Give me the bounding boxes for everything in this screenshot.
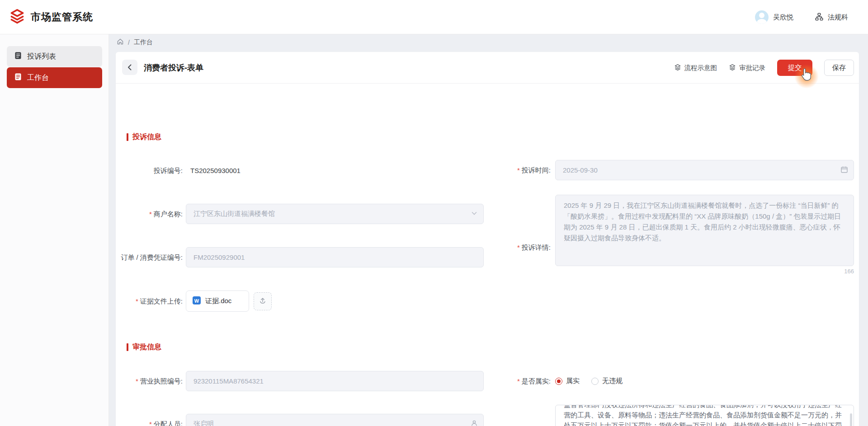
calendar-icon (840, 166, 848, 175)
legal-basis-textarea[interactable]: 监督管理部门没收违法所得和违法生产经营的食品、食品添加剂，并可以没收用于违法生产… (555, 405, 854, 426)
sidebar-item-label: 工作台 (27, 73, 49, 83)
form-card-header: 消费者投诉-表单 流程示意图 (116, 52, 859, 84)
is-verified-label: *是否属实: (451, 371, 551, 391)
back-button[interactable] (122, 60, 137, 75)
page-title: 消费者投诉-表单 (144, 52, 203, 84)
upload-icon (259, 296, 267, 306)
hand-cursor-icon (800, 68, 813, 83)
sidebar: 投诉列表 工作台 (0, 34, 109, 426)
is-verified-radio-group: 属实 无违规 (555, 371, 623, 391)
breadcrumb-separator: / (128, 39, 130, 46)
order-no-label: 订单 / 消费凭证编号: (116, 247, 183, 267)
form-body: 投诉信息 投诉编号: TS20250930001 *商户名称: 订单 / 消费凭… (116, 84, 859, 426)
sidebar-item-workbench[interactable]: 工作台 (7, 67, 102, 88)
layers-icon (674, 64, 681, 72)
evidence-label: *证据文件上传: (116, 291, 183, 311)
upload-button[interactable] (254, 292, 272, 310)
breadcrumb-current: 工作台 (134, 38, 153, 47)
breadcrumb: / 工作台 (117, 38, 153, 47)
evidence-file-name: 证据.doc (205, 297, 231, 305)
app-title: 市场监管系统 (31, 10, 93, 24)
complaint-time-label: *投诉时间: (451, 160, 551, 180)
home-icon[interactable] (117, 38, 124, 47)
user-avatar-icon (755, 10, 769, 24)
section-title-complaint: 投诉信息 (127, 132, 161, 142)
org-chart-icon (815, 13, 823, 22)
app-logo-icon (9, 8, 25, 26)
save-button[interactable]: 保存 (824, 60, 854, 76)
department-name: 法规科 (828, 13, 848, 22)
merchant-label: *商户名称: (116, 204, 183, 224)
license-no-input[interactable] (186, 371, 484, 391)
user-name: 吴欣悦 (773, 13, 793, 22)
order-no-input[interactable] (186, 247, 484, 267)
evidence-file-chip[interactable]: W 证据.doc (186, 290, 249, 312)
complaint-detail-label: *投诉详情: (451, 237, 551, 257)
user-menu[interactable]: 吴欣悦 (755, 10, 793, 24)
textarea-scrollbar[interactable] (850, 413, 852, 426)
svg-text:W: W (194, 298, 199, 304)
license-no-label: *营业执照编号: (116, 371, 183, 391)
radio-option-no-violation[interactable]: 无违规 (591, 377, 623, 385)
chevron-down-icon (471, 210, 478, 219)
merchant-select[interactable] (186, 204, 484, 224)
top-bar: 市场监管系统 吴欣悦 法规科 (0, 0, 868, 34)
sidebar-item-complaint-list[interactable]: 投诉列表 (7, 46, 102, 67)
layers-icon (729, 64, 736, 72)
word-file-icon: W (192, 296, 201, 306)
document-form-icon (14, 73, 22, 83)
sidebar-item-label: 投诉列表 (27, 52, 56, 61)
radio-unselected-icon (591, 378, 599, 385)
document-list-icon (14, 51, 22, 61)
complaint-no-label: 投诉编号: (116, 160, 183, 181)
approval-log-link[interactable]: 审批记录 (729, 64, 765, 72)
form-card: 消费者投诉-表单 流程示意图 (116, 52, 859, 426)
radio-option-verified[interactable]: 属实 (555, 377, 580, 385)
department-selector[interactable]: 法规科 (815, 13, 848, 22)
assignee-label: *分配人员: (116, 414, 183, 426)
radio-selected-icon (555, 378, 562, 385)
section-title-approval: 审批信息 (127, 342, 161, 352)
complaint-no-value: TS20250930001 (190, 164, 241, 177)
flow-diagram-link[interactable]: 流程示意图 (674, 64, 717, 72)
complaint-time-picker[interactable] (555, 160, 854, 180)
assignee-input[interactable] (186, 414, 484, 426)
person-icon (471, 420, 478, 426)
complaint-detail-char-count: 166 (844, 268, 854, 275)
complaint-detail-textarea[interactable]: 2025 年 9 月 29 日，我在江宁区东山街道福满楼餐馆就餐时，点选了一份标… (555, 195, 854, 266)
